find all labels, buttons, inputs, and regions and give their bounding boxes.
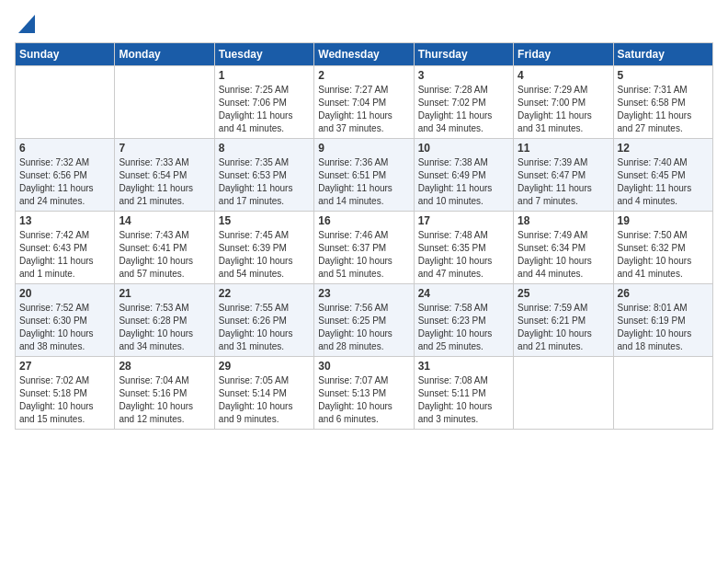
day-info: Sunrise: 7:56 AM Sunset: 6:25 PM Dayligh…: [318, 302, 409, 353]
calendar-cell: 15Sunrise: 7:45 AM Sunset: 6:39 PM Dayli…: [214, 212, 313, 284]
day-info: Sunrise: 7:50 AM Sunset: 6:32 PM Dayligh…: [618, 229, 709, 281]
calendar-cell: 14Sunrise: 7:43 AM Sunset: 6:41 PM Dayli…: [115, 212, 214, 284]
day-number: 24: [418, 287, 509, 300]
day-of-week-header: Sunday: [16, 43, 115, 66]
day-info: Sunrise: 7:36 AM Sunset: 6:51 PM Dayligh…: [318, 156, 409, 208]
calendar-cell: 10Sunrise: 7:38 AM Sunset: 6:49 PM Dayli…: [414, 139, 513, 212]
calendar-cell: 16Sunrise: 7:46 AM Sunset: 6:37 PM Dayli…: [314, 212, 414, 284]
calendar-cell: 29Sunrise: 7:05 AM Sunset: 5:14 PM Dayli…: [214, 357, 313, 430]
day-number: 7: [119, 142, 210, 155]
day-number: 22: [219, 287, 310, 300]
calendar-cell: 5Sunrise: 7:31 AM Sunset: 6:58 PM Daylig…: [613, 66, 712, 139]
day-number: 17: [418, 214, 509, 227]
calendar-cell: 23Sunrise: 7:56 AM Sunset: 6:25 PM Dayli…: [314, 284, 414, 357]
day-info: Sunrise: 7:25 AM Sunset: 7:06 PM Dayligh…: [219, 84, 310, 135]
day-number: 27: [19, 360, 110, 373]
day-info: Sunrise: 7:05 AM Sunset: 5:14 PM Dayligh…: [219, 374, 310, 426]
day-info: Sunrise: 7:52 AM Sunset: 6:30 PM Dayligh…: [19, 302, 110, 353]
day-number: 3: [418, 69, 509, 82]
calendar-cell: 19Sunrise: 7:50 AM Sunset: 6:32 PM Dayli…: [613, 212, 712, 284]
calendar-cell: 13Sunrise: 7:42 AM Sunset: 6:43 PM Dayli…: [16, 212, 115, 284]
calendar-cell: [16, 66, 115, 139]
day-info: Sunrise: 7:49 AM Sunset: 6:34 PM Dayligh…: [518, 229, 609, 281]
day-info: Sunrise: 7:40 AM Sunset: 6:45 PM Dayligh…: [618, 156, 709, 208]
day-number: 9: [318, 142, 409, 155]
day-number: 30: [318, 360, 409, 373]
calendar-cell: 20Sunrise: 7:52 AM Sunset: 6:30 PM Dayli…: [16, 284, 115, 357]
day-number: 29: [219, 360, 310, 373]
day-info: Sunrise: 7:45 AM Sunset: 6:39 PM Dayligh…: [219, 229, 310, 281]
day-of-week-header: Tuesday: [214, 43, 313, 66]
calendar-cell: 3Sunrise: 7:28 AM Sunset: 7:02 PM Daylig…: [414, 66, 513, 139]
day-info: Sunrise: 7:04 AM Sunset: 5:16 PM Dayligh…: [119, 374, 210, 426]
day-number: 14: [119, 214, 210, 227]
day-info: Sunrise: 7:29 AM Sunset: 7:00 PM Dayligh…: [518, 84, 609, 135]
day-info: Sunrise: 7:43 AM Sunset: 6:41 PM Dayligh…: [119, 229, 210, 281]
day-info: Sunrise: 7:07 AM Sunset: 5:13 PM Dayligh…: [318, 374, 409, 426]
calendar-cell: 11Sunrise: 7:39 AM Sunset: 6:47 PM Dayli…: [514, 139, 613, 212]
calendar-week-row: 6Sunrise: 7:32 AM Sunset: 6:56 PM Daylig…: [16, 139, 713, 212]
calendar-cell: 28Sunrise: 7:04 AM Sunset: 5:16 PM Dayli…: [115, 357, 214, 430]
calendar-cell: 12Sunrise: 7:40 AM Sunset: 6:45 PM Dayli…: [613, 139, 712, 212]
calendar-cell: 18Sunrise: 7:49 AM Sunset: 6:34 PM Dayli…: [514, 212, 613, 284]
day-info: Sunrise: 7:08 AM Sunset: 5:11 PM Dayligh…: [418, 374, 509, 426]
day-number: 10: [418, 142, 509, 155]
day-info: Sunrise: 7:27 AM Sunset: 7:04 PM Dayligh…: [318, 84, 409, 135]
calendar-table: SundayMondayTuesdayWednesdayThursdayFrid…: [15, 42, 713, 430]
logo-icon: [18, 15, 35, 33]
day-info: Sunrise: 8:01 AM Sunset: 6:19 PM Dayligh…: [618, 302, 709, 353]
calendar-cell: 25Sunrise: 7:59 AM Sunset: 6:21 PM Dayli…: [514, 284, 613, 357]
calendar-cell: 21Sunrise: 7:53 AM Sunset: 6:28 PM Dayli…: [115, 284, 214, 357]
calendar-week-row: 1Sunrise: 7:25 AM Sunset: 7:06 PM Daylig…: [16, 66, 713, 139]
calendar-cell: 26Sunrise: 8:01 AM Sunset: 6:19 PM Dayli…: [613, 284, 712, 357]
day-number: 6: [19, 142, 110, 155]
svg-marker-0: [18, 15, 35, 33]
calendar-cell: 2Sunrise: 7:27 AM Sunset: 7:04 PM Daylig…: [314, 66, 414, 139]
calendar-cell: [613, 357, 712, 430]
day-info: Sunrise: 7:02 AM Sunset: 5:18 PM Dayligh…: [19, 374, 110, 426]
calendar-cell: 24Sunrise: 7:58 AM Sunset: 6:23 PM Dayli…: [414, 284, 513, 357]
day-number: 25: [518, 287, 609, 300]
calendar-cell: 4Sunrise: 7:29 AM Sunset: 7:00 PM Daylig…: [514, 66, 613, 139]
day-number: 19: [618, 214, 709, 227]
day-info: Sunrise: 7:33 AM Sunset: 6:54 PM Dayligh…: [119, 156, 210, 208]
day-number: 18: [518, 214, 609, 227]
calendar-cell: 8Sunrise: 7:35 AM Sunset: 6:53 PM Daylig…: [214, 139, 313, 212]
day-of-week-header: Saturday: [613, 43, 712, 66]
day-number: 4: [518, 69, 609, 82]
day-number: 31: [418, 360, 509, 373]
calendar-cell: 31Sunrise: 7:08 AM Sunset: 5:11 PM Dayli…: [414, 357, 513, 430]
calendar-cell: 17Sunrise: 7:48 AM Sunset: 6:35 PM Dayli…: [414, 212, 513, 284]
page-header: [15, 15, 713, 33]
calendar-cell: [514, 357, 613, 430]
day-of-week-header: Thursday: [414, 43, 513, 66]
day-number: 26: [618, 287, 709, 300]
day-info: Sunrise: 7:59 AM Sunset: 6:21 PM Dayligh…: [518, 302, 609, 353]
day-info: Sunrise: 7:46 AM Sunset: 6:37 PM Dayligh…: [318, 229, 409, 281]
calendar-cell: 7Sunrise: 7:33 AM Sunset: 6:54 PM Daylig…: [115, 139, 214, 212]
day-number: 11: [518, 142, 609, 155]
calendar-cell: 1Sunrise: 7:25 AM Sunset: 7:06 PM Daylig…: [214, 66, 313, 139]
calendar-cell: 9Sunrise: 7:36 AM Sunset: 6:51 PM Daylig…: [314, 139, 414, 212]
day-number: 12: [618, 142, 709, 155]
day-info: Sunrise: 7:28 AM Sunset: 7:02 PM Dayligh…: [418, 84, 509, 135]
calendar-week-row: 20Sunrise: 7:52 AM Sunset: 6:30 PM Dayli…: [16, 284, 713, 357]
day-number: 16: [318, 214, 409, 227]
logo: [15, 15, 35, 33]
day-number: 23: [318, 287, 409, 300]
calendar-week-row: 27Sunrise: 7:02 AM Sunset: 5:18 PM Dayli…: [16, 357, 713, 430]
day-number: 8: [219, 142, 310, 155]
day-number: 28: [119, 360, 210, 373]
day-number: 1: [219, 69, 310, 82]
day-number: 5: [618, 69, 709, 82]
calendar-header-row: SundayMondayTuesdayWednesdayThursdayFrid…: [16, 43, 713, 66]
day-number: 15: [219, 214, 310, 227]
day-info: Sunrise: 7:55 AM Sunset: 6:26 PM Dayligh…: [219, 302, 310, 353]
day-number: 20: [19, 287, 110, 300]
calendar-cell: 22Sunrise: 7:55 AM Sunset: 6:26 PM Dayli…: [214, 284, 313, 357]
day-of-week-header: Wednesday: [314, 43, 414, 66]
day-info: Sunrise: 7:39 AM Sunset: 6:47 PM Dayligh…: [518, 156, 609, 208]
calendar-cell: 30Sunrise: 7:07 AM Sunset: 5:13 PM Dayli…: [314, 357, 414, 430]
calendar-week-row: 13Sunrise: 7:42 AM Sunset: 6:43 PM Dayli…: [16, 212, 713, 284]
day-info: Sunrise: 7:42 AM Sunset: 6:43 PM Dayligh…: [19, 229, 110, 281]
